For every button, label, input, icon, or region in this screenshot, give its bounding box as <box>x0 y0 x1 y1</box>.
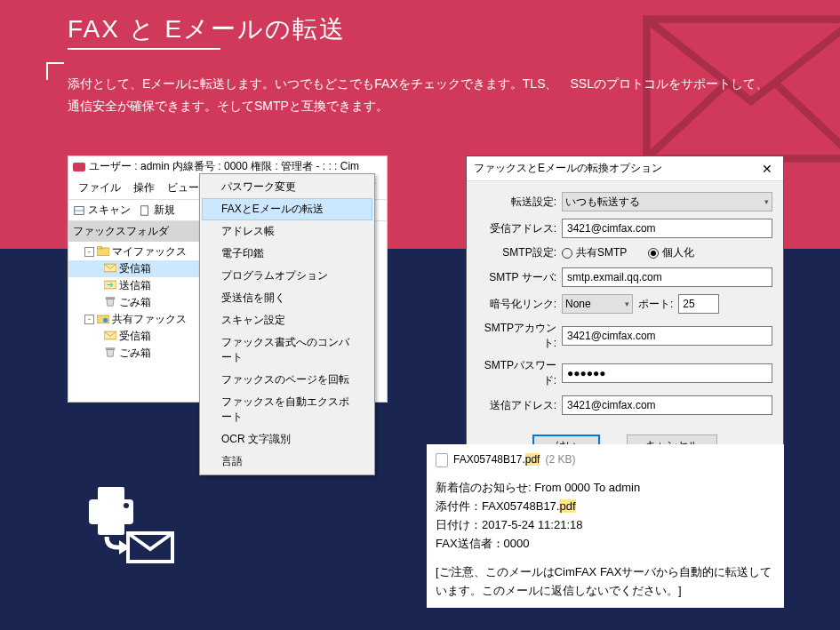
email-line-sender: FAX送信者：0000 <box>436 535 775 554</box>
label-account: SMTPアカウント: <box>477 321 562 351</box>
forward-select[interactable]: いつも転送する▾ <box>562 192 772 211</box>
svg-point-11 <box>103 317 108 322</box>
email-line-subject: 新着信のお知らせ: From 0000 To admin <box>436 479 775 498</box>
new-icon <box>139 204 151 217</box>
send-address-input[interactable] <box>562 395 772 415</box>
tree-item-label: 送信箱 <box>119 278 151 293</box>
label-server: SMTP サーバ: <box>477 270 562 285</box>
toolbar-new[interactable]: 新規 <box>154 203 175 218</box>
inbox-icon <box>104 263 116 275</box>
label-forward: 転送設定: <box>477 195 562 210</box>
email-line-date: 日付け：2017-5-24 11:21:18 <box>436 516 775 535</box>
menu-action[interactable]: 操作 <box>127 179 161 197</box>
tree-item-label: マイファックス <box>112 244 187 259</box>
label-port: ポート: <box>633 297 678 312</box>
email-preview: FAX05748B17.pdf (2 KB) 新着信のお知らせ: From 00… <box>427 444 784 608</box>
file-icon <box>436 453 448 467</box>
svg-rect-15 <box>98 487 124 501</box>
close-icon[interactable]: ✕ <box>758 162 776 176</box>
label-password: SMTPパスワード: <box>477 358 562 388</box>
tree-toggle-icon[interactable]: - <box>84 315 94 324</box>
dialog-title-text: ファックスとEメールの転換オプション <box>474 161 662 176</box>
menu-file[interactable]: ファイル <box>72 179 127 197</box>
port-input[interactable] <box>678 294 719 314</box>
dialog-titlebar: ファックスとEメールの転換オプション ✕ <box>467 156 783 181</box>
forward-dialog: ファックスとEメールの転換オプション ✕ 転送設定: いつも転送する▾ 受信アド… <box>466 156 784 470</box>
svg-rect-6 <box>97 246 101 249</box>
label-enc: 暗号化リンク: <box>477 297 562 312</box>
outbox-icon <box>104 280 116 292</box>
svg-rect-9 <box>106 297 114 299</box>
tree-item-label: ごみ箱 <box>119 346 151 361</box>
tree-item-label: 共有ファックス <box>112 312 187 327</box>
label-send: 送信アドレス: <box>477 398 562 413</box>
app-window: ユーザー : admin 内線番号 : 0000 権限 : 管理者 - : : … <box>68 156 388 403</box>
encryption-select[interactable]: None▾ <box>562 294 633 314</box>
label-smtp-set: SMTP設定: <box>477 245 562 260</box>
smtp-password-input[interactable] <box>562 363 772 383</box>
svg-rect-16 <box>98 522 124 535</box>
menu-item[interactable]: アドレス帳 <box>202 220 372 243</box>
menu-item[interactable]: スキャン設定 <box>202 309 372 331</box>
folder-my-icon <box>97 246 109 259</box>
tree-item-label: 受信箱 <box>119 329 151 344</box>
fax-to-mail-icon <box>80 483 178 563</box>
menu-item[interactable]: ファックスを自動エクスポート <box>202 391 372 428</box>
chevron-down-icon: ▾ <box>764 197 769 206</box>
email-line-note: [ご注意、このメールはCimFAX FAXサーバから自動的に転送しています。この… <box>436 563 775 601</box>
toolbar-scan[interactable]: スキャン <box>88 203 131 218</box>
tree-item-label: ごみ箱 <box>119 295 151 310</box>
tree-item-label: 受信箱 <box>119 261 151 276</box>
menu-item[interactable]: OCR 文字識別 <box>202 428 372 451</box>
trash-icon <box>104 347 116 360</box>
radio-personal[interactable]: 個人化 <box>648 245 694 260</box>
svg-rect-13 <box>106 347 114 349</box>
chevron-down-icon: ▾ <box>625 299 629 308</box>
menu-item[interactable]: ファックスのページを回転 <box>202 369 372 391</box>
dialog-form: 転送設定: いつも転送する▾ 受信アドレス: SMTP設定: 共有SMTP 個人… <box>467 181 783 426</box>
attachment-size: (2 KB) <box>545 451 575 468</box>
attachment-row[interactable]: FAX05748B17.pdf (2 KB) <box>436 451 775 468</box>
menu-item[interactable]: プログラムオプション <box>202 265 372 287</box>
svg-point-17 <box>124 503 129 508</box>
app-icon <box>73 163 85 171</box>
title-underline <box>68 48 220 50</box>
folder-shared-icon <box>97 314 109 326</box>
titlebar-text: ユーザー : admin 内線番号 : 0000 権限 : 管理者 - : : … <box>89 159 359 174</box>
inbox-icon <box>104 331 116 343</box>
page-description: 添付として、Eメールに転送します。いつでもどこでもFAXをチェックできます。TL… <box>68 73 779 117</box>
menu-item[interactable]: パスワーク変更 <box>202 176 372 198</box>
corner-bracket <box>46 62 64 80</box>
smtp-account-input[interactable] <box>562 326 772 346</box>
smtp-server-input[interactable] <box>562 267 772 287</box>
menu-item[interactable]: 電子印鑑 <box>202 243 372 265</box>
menu-item[interactable]: FAXとEメールの転送 <box>202 198 372 220</box>
recv-address-input[interactable] <box>562 219 772 238</box>
tree-toggle-icon[interactable]: - <box>84 247 94 257</box>
trash-icon <box>104 297 116 309</box>
menu-item[interactable]: 言語 <box>202 451 372 473</box>
page-title: FAX と Eメールの転送 <box>68 12 346 46</box>
menu-item[interactable]: 受送信を開く <box>202 287 372 309</box>
option-dropdown: パスワーク変更FAXとEメールの転送アドレス帳電子印鑑プログラムオプション受送信… <box>199 173 375 475</box>
menu-item[interactable]: ファックス書式へのコンバート <box>202 331 372 369</box>
scan-icon <box>73 204 85 217</box>
email-line-attach: 添付件：FAX05748B17.pdf <box>436 498 775 516</box>
label-recv: 受信アドレス: <box>477 221 562 236</box>
radio-shared[interactable]: 共有SMTP <box>562 245 627 260</box>
